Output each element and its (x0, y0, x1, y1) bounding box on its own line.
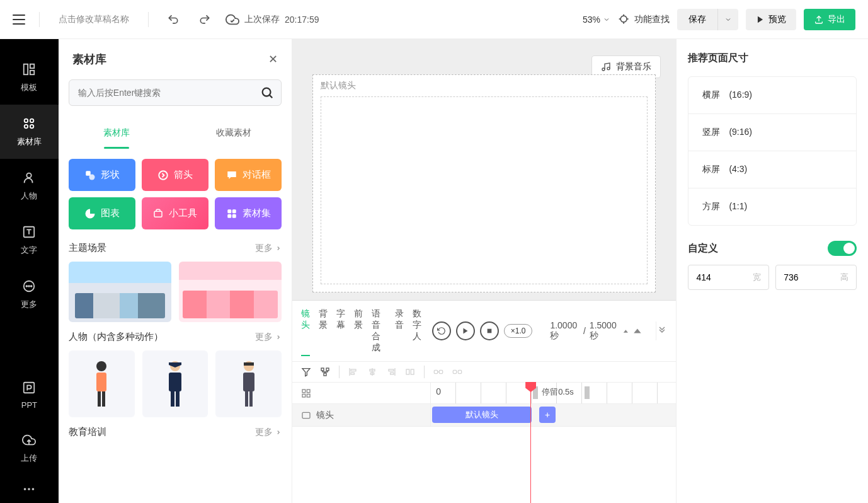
more-people[interactable]: 更多 (255, 332, 282, 343)
sidenav-more[interactable]: 更多 (0, 267, 59, 321)
sidenav-person[interactable]: 人物 (0, 159, 59, 213)
close-icon[interactable]: ✕ (268, 52, 278, 66)
ratio-9-16[interactable]: 竖屏(9:16) (688, 114, 856, 151)
svg-rect-16 (24, 383, 35, 393)
zoom-selector[interactable]: 53% (583, 14, 610, 25)
scene-card-office[interactable] (69, 262, 171, 322)
search-icon[interactable] (260, 86, 274, 100)
tl-tab-record[interactable]: 录音 (395, 306, 404, 356)
ratio-4-3[interactable]: 标屏(4:3) (688, 151, 856, 188)
ruler-zero: 0 (436, 386, 441, 396)
ratio-1-1[interactable]: 方屏(1:1) (688, 188, 856, 225)
tl-tab-scene[interactable]: 镜头 (301, 306, 310, 356)
person-card-1[interactable] (69, 350, 135, 417)
person-icon (21, 170, 37, 185)
playhead[interactable] (530, 383, 531, 503)
section-people-header: 人物（内含多种动作） 更多 (69, 331, 282, 343)
tree-icon[interactable] (320, 367, 330, 377)
speed-badge[interactable]: ×1.0 (504, 324, 533, 338)
sidenav-upload[interactable]: 上传 (0, 421, 59, 475)
add-clip-button[interactable]: + (539, 407, 556, 423)
tl-tab-tts[interactable]: 语音合成 (372, 306, 386, 356)
sidenav-ppt[interactable]: PPT (0, 369, 59, 421)
text-icon (21, 224, 37, 240)
width-input[interactable] (696, 272, 734, 282)
dimension-inputs: 宽 高 (688, 265, 857, 290)
export-icon (814, 14, 824, 25)
svg-point-25 (159, 171, 168, 180)
rewind-button[interactable] (432, 321, 451, 340)
undo-button[interactable] (163, 9, 184, 30)
svg-rect-27 (227, 209, 231, 213)
canvas-inner[interactable] (321, 96, 648, 284)
play-button[interactable] (456, 321, 475, 340)
tl-tab-subtitle[interactable]: 字幕 (336, 306, 345, 356)
more-scene[interactable]: 更多 (255, 243, 282, 254)
tab-library[interactable]: 素材库 (59, 117, 175, 149)
main: 模板 素材库 人物 文字 更多 PPT 上传 (0, 39, 868, 503)
redo-button[interactable] (194, 9, 215, 30)
split-icon[interactable] (405, 367, 415, 377)
scene-card-kitchen[interactable] (179, 262, 282, 322)
category-chart[interactable]: 图表 (69, 197, 135, 229)
grid-icon[interactable] (301, 388, 311, 398)
link-icon[interactable] (433, 367, 443, 377)
tab-favorite[interactable]: 收藏素材 (175, 117, 292, 149)
menu-icon[interactable] (13, 14, 25, 25)
zoom-out-icon[interactable] (622, 328, 629, 334)
more-edu[interactable]: 更多 (255, 427, 282, 438)
svg-rect-33 (98, 391, 101, 407)
sidenav-text[interactable]: 文字 (0, 213, 59, 267)
ratio-16-9[interactable]: 横屏(16:9) (688, 77, 856, 114)
person-card-3[interactable] (215, 350, 282, 417)
divider (39, 12, 40, 27)
align-center-icon[interactable] (367, 367, 377, 377)
track-label-scene: 镜头 (292, 404, 431, 426)
function-search[interactable]: 功能查找 (618, 13, 670, 26)
height-input[interactable] (784, 272, 821, 282)
category-collection[interactable]: 素材集 (215, 197, 282, 229)
preview-button[interactable]: 预览 (746, 9, 796, 30)
ruler-track[interactable]: 0 停留0.5s (431, 383, 676, 403)
unlink-icon[interactable] (452, 367, 462, 377)
category-dialog[interactable]: 对话框 (215, 159, 282, 191)
category-arrow[interactable]: 箭头 (142, 159, 208, 191)
custom-toggle[interactable] (828, 241, 857, 256)
filter-icon[interactable] (301, 367, 311, 377)
svg-marker-49 (302, 369, 310, 376)
search-input[interactable] (69, 79, 282, 106)
arrow-icon (157, 170, 169, 181)
svg-rect-64 (434, 370, 437, 373)
category-shape[interactable]: 形状 (69, 159, 135, 191)
align-right-icon[interactable] (386, 367, 396, 377)
save-dropdown[interactable] (717, 9, 738, 30)
svg-rect-67 (453, 370, 456, 373)
category-widget[interactable]: 小工具 (142, 197, 208, 229)
chevron-right-icon (275, 334, 282, 340)
person-card-2[interactable] (142, 350, 208, 417)
expand-button[interactable] (656, 321, 667, 340)
track-scene[interactable]: 默认镜头 + (431, 404, 676, 426)
save-button[interactable]: 保存 (677, 9, 717, 30)
canvas-frame[interactable]: 默认镜头 (312, 74, 656, 292)
tl-tab-avatar[interactable]: 数字人 (413, 306, 423, 356)
draft-name[interactable]: 点击修改草稿名称 (54, 11, 134, 28)
height-box: 高 (775, 265, 857, 290)
zoom-in-icon[interactable] (633, 327, 642, 335)
tl-tab-fg[interactable]: 前景 (354, 306, 363, 356)
sidenav-template[interactable]: 模板 (0, 50, 59, 105)
section-edu-header: 教育培训 更多 (69, 426, 282, 438)
sidenav-ellipsis[interactable] (0, 475, 59, 503)
sidenav-assets[interactable]: 素材库 (0, 105, 59, 159)
svg-rect-65 (439, 370, 442, 373)
people-row (69, 350, 282, 417)
align-left-icon[interactable] (348, 367, 358, 377)
stop-button[interactable] (480, 321, 499, 340)
shape-icon (84, 170, 96, 181)
svg-rect-62 (406, 369, 409, 374)
svg-rect-46 (487, 329, 491, 333)
tl-tab-bg[interactable]: 背景 (319, 306, 328, 356)
export-button[interactable]: 导出 (804, 9, 855, 30)
timeline-toolbar (292, 362, 676, 383)
clip-default[interactable]: 默认镜头 (432, 407, 532, 423)
